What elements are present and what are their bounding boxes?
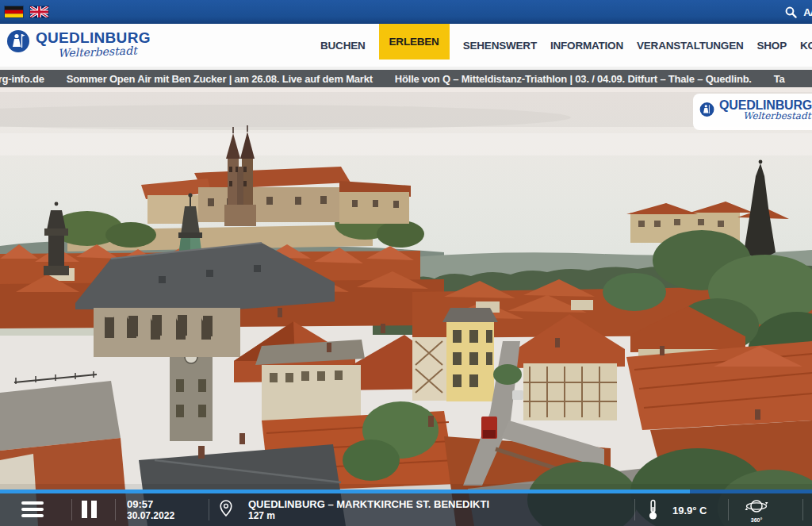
webcam-town-panorama xyxy=(0,87,812,526)
bar-divider xyxy=(71,499,72,520)
ticker-item[interactable]: Sommer Open Air mit Ben Zucker | am 26.0… xyxy=(67,73,373,85)
site-logo[interactable]: QUEDLINBURG Welterbestadt xyxy=(6,29,151,58)
quedlinburg-logo-icon xyxy=(6,29,30,53)
logo-subtitle: Welterbestadt xyxy=(58,44,151,60)
top-utility-bar: AA xyxy=(0,0,812,24)
nav-item-erleben[interactable]: ERLEBEN xyxy=(379,24,450,60)
overlay-logo-subtitle: Welterbestadt xyxy=(743,110,812,121)
menu-button[interactable] xyxy=(21,501,44,520)
webcam-date: 30.07.2022 xyxy=(127,510,174,522)
bar-divider xyxy=(634,499,635,520)
ticker-item[interactable]: Ta xyxy=(774,73,785,85)
bar-divider xyxy=(115,499,116,520)
nav-item-veranstaltungen[interactable]: VERANSTALTUNGEN xyxy=(637,40,744,52)
nav-item-shop[interactable]: SHOP xyxy=(756,40,786,52)
nav-item-sehenswert[interactable]: SEHENSWERT xyxy=(463,40,537,52)
webcam-overlay-logo: QUEDLINBURG Welterbestadt xyxy=(693,94,812,130)
german-flag-icon[interactable] xyxy=(5,6,23,17)
uk-flag-icon[interactable] xyxy=(30,6,48,17)
temperature-value: 19.9° C xyxy=(672,505,707,516)
ticker-item[interactable]: Hölle von Q – Mitteldistanz-Triathlon | … xyxy=(395,73,752,85)
pause-button[interactable] xyxy=(82,501,97,518)
webcam-time: 09:57 xyxy=(127,498,174,510)
nav-item-kontakt[interactable]: KONTAKT xyxy=(800,40,812,52)
webcam-view: QUEDLINBURG Welterbestadt 09:57 30.07.20… xyxy=(0,87,812,526)
ticker-item[interactable]: urg-info.de xyxy=(0,73,44,85)
language-switcher xyxy=(5,6,48,17)
nav-item-information[interactable]: INFORMATION xyxy=(550,40,623,52)
nav-menu: BUCHEN ERLEBEN SEHENSWERT INFORMATION VE… xyxy=(320,24,812,67)
font-size-toggle[interactable]: AA xyxy=(803,6,812,18)
bar-divider xyxy=(728,499,729,520)
webcam-control-bar: 09:57 30.07.2022 QUEDLINBURG – MARKTKIRC… xyxy=(0,490,812,526)
location-pin-icon xyxy=(220,500,232,517)
nav-item-buchen[interactable]: BUCHEN xyxy=(320,40,366,52)
yellow-house xyxy=(442,308,498,401)
bar-divider xyxy=(802,499,803,520)
panorama-label: 360° xyxy=(744,517,769,523)
search-icon[interactable] xyxy=(785,6,797,18)
webcam-location: QUEDLINBURG – MARKTKIRCHE ST. BENEDIKTI xyxy=(248,498,489,510)
control-bar-body: 09:57 30.07.2022 QUEDLINBURG – MARKTKIRC… xyxy=(0,493,812,526)
main-navigation: QUEDLINBURG Welterbestadt BUCHEN ERLEBEN… xyxy=(0,24,812,67)
360-globe-icon xyxy=(744,497,769,516)
bar-divider xyxy=(209,499,209,520)
news-ticker: urg-info.de Sommer Open Air mit Ben Zuck… xyxy=(0,70,812,87)
webcam-elevation: 127 m xyxy=(248,510,489,522)
panorama-360-button[interactable]: 360° xyxy=(744,497,769,523)
thermometer-icon xyxy=(648,499,658,521)
quedlinburg-logo-icon xyxy=(699,98,714,121)
